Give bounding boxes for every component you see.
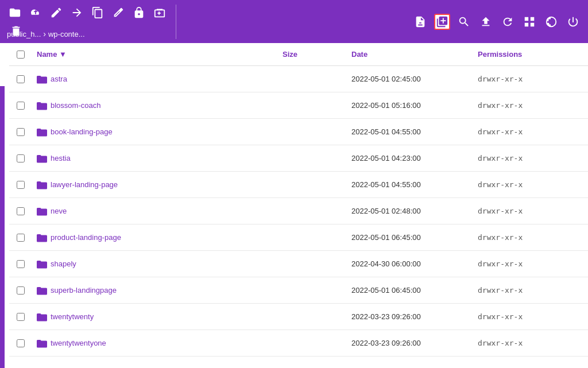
- name-column-header[interactable]: Name ▼: [32, 48, 278, 61]
- folder-icon: [37, 339, 47, 348]
- folder-open-icon[interactable]: [7, 5, 23, 21]
- toolbar-divider: [176, 5, 176, 39]
- table-row[interactable]: twentytwenty 2022-03-23 09:26:00 drwxr-x…: [9, 304, 588, 330]
- row-name-text: twentytwenty: [51, 312, 94, 321]
- file-rows: astra 2022-05-01 02:45:00 drwxr-xr-x blo…: [9, 66, 588, 357]
- table-row[interactable]: shapely 2022-04-30 06:00:00 drwxr-xr-x: [9, 251, 588, 277]
- svg-rect-11: [37, 208, 41, 210]
- power-icon[interactable]: [565, 14, 581, 30]
- row-checkbox[interactable]: [17, 286, 25, 295]
- copy-icon[interactable]: [90, 5, 106, 21]
- row-permissions: drwxr-xr-x: [473, 335, 588, 351]
- table-row[interactable]: book-landing-page 2022-05-01 04:55:00 dr…: [9, 119, 588, 145]
- select-all-checkbox[interactable]: [17, 51, 25, 59]
- table-row[interactable]: neve 2022-05-01 02:48:00 drwxr-xr-x: [9, 198, 588, 224]
- toolbar-left: public_h... › wp-conte...: [7, 5, 168, 39]
- lock-icon[interactable]: [131, 5, 147, 21]
- breadcrumb-part1[interactable]: public_h...: [7, 30, 41, 38]
- grid-view-icon[interactable]: [521, 14, 537, 30]
- table-row[interactable]: blossom-coach 2022-05-01 05:16:00 drwxr-…: [9, 92, 588, 119]
- file-list-header: Name ▼ Size Date Permissions: [9, 43, 588, 66]
- row-size: [278, 313, 347, 320]
- pencil-icon[interactable]: [110, 5, 126, 21]
- row-checkbox[interactable]: [17, 234, 25, 242]
- upload-icon[interactable]: [478, 14, 494, 30]
- size-column-header[interactable]: Size: [278, 48, 347, 61]
- table-row[interactable]: lawyer-landing-page 2022-05-01 04:55:00 …: [9, 172, 588, 198]
- row-name-text: hestia: [51, 154, 71, 162]
- row-permissions: drwxr-xr-x: [473, 282, 588, 298]
- row-name-text: twentytwentyone: [51, 339, 106, 347]
- folder-icon: [37, 259, 47, 269]
- row-size: [278, 208, 347, 215]
- folder-icon: [37, 154, 47, 163]
- row-date: 2022-05-01 06:45:00: [347, 230, 473, 245]
- row-date: 2022-05-01 06:45:00: [347, 282, 473, 298]
- folder-icon: [37, 101, 47, 110]
- edit-icon[interactable]: [48, 5, 64, 21]
- row-permissions: drwxr-xr-x: [473, 124, 588, 140]
- row-checkbox[interactable]: [17, 313, 25, 321]
- row-size: [278, 340, 347, 347]
- row-permissions: drwxr-xr-x: [473, 230, 588, 245]
- row-name[interactable]: twentytwenty: [32, 309, 278, 325]
- folder-icon: [37, 75, 47, 84]
- row-checkbox[interactable]: [17, 75, 25, 83]
- row-permissions: drwxr-xr-x: [473, 256, 588, 272]
- breadcrumb-part2[interactable]: wp-conte...: [48, 30, 85, 38]
- new-file-icon[interactable]: [412, 14, 428, 30]
- archive-icon[interactable]: [152, 5, 168, 21]
- folder-icon: [37, 180, 47, 189]
- row-checkbox-cell: [9, 309, 32, 324]
- file-list: Name ▼ Size Date Permissions astra 2022-…: [9, 43, 588, 357]
- move-icon[interactable]: [69, 5, 85, 21]
- main-content: Name ▼ Size Date Permissions astra 2022-…: [9, 43, 588, 368]
- row-checkbox[interactable]: [17, 102, 25, 110]
- row-checkbox-cell: [9, 336, 32, 351]
- row-name[interactable]: neve: [32, 203, 278, 219]
- row-permissions: drwxr-xr-x: [473, 71, 588, 87]
- copy-files-icon[interactable]: [434, 14, 450, 30]
- row-name-text: blossom-coach: [51, 101, 100, 110]
- row-name[interactable]: product-landing-page: [32, 230, 278, 246]
- table-row[interactable]: twentytwentyone 2022-03-23 09:26:00 drwx…: [9, 330, 588, 357]
- svg-rect-13: [37, 234, 41, 237]
- globe-icon[interactable]: [543, 14, 559, 30]
- row-name-text: superb-landingpage: [51, 286, 117, 295]
- row-name-text: lawyer-landing-page: [51, 180, 118, 189]
- row-permissions: drwxr-xr-x: [473, 203, 588, 219]
- folder-icon: [37, 127, 47, 137]
- row-name[interactable]: book-landing-page: [32, 124, 278, 140]
- row-date: 2022-05-01 02:45:00: [347, 71, 473, 87]
- left-sidebar: [0, 86, 5, 368]
- refresh-icon[interactable]: [500, 14, 516, 30]
- table-row[interactable]: superb-landingpage 2022-05-01 06:45:00 d…: [9, 277, 588, 304]
- svg-rect-15: [37, 261, 41, 263]
- row-checkbox[interactable]: [17, 128, 25, 136]
- row-checkbox-cell: [9, 98, 32, 113]
- row-checkbox[interactable]: [17, 181, 25, 189]
- row-name[interactable]: hestia: [32, 150, 278, 166]
- row-name[interactable]: lawyer-landing-page: [32, 177, 278, 193]
- row-name[interactable]: superb-landingpage: [32, 282, 278, 299]
- row-name[interactable]: shapely: [32, 256, 278, 272]
- table-row[interactable]: product-landing-page 2022-05-01 06:45:00…: [9, 224, 588, 251]
- upload-cloud-icon[interactable]: [28, 5, 44, 21]
- row-name-text: shapely: [51, 259, 76, 268]
- toolbar-icons-row1: [7, 5, 168, 21]
- folder-icon: [37, 312, 47, 321]
- row-checkbox[interactable]: [17, 207, 25, 215]
- permissions-column-header[interactable]: Permissions: [473, 48, 588, 61]
- row-name[interactable]: blossom-coach: [32, 98, 278, 114]
- row-checkbox[interactable]: [17, 154, 25, 162]
- row-checkbox-cell: [9, 125, 32, 140]
- row-name[interactable]: twentytwentyone: [32, 335, 278, 351]
- table-row[interactable]: astra 2022-05-01 02:45:00 drwxr-xr-x: [9, 66, 588, 92]
- row-size: [278, 129, 347, 135]
- table-row[interactable]: hestia 2022-05-01 04:23:00 drwxr-xr-x: [9, 145, 588, 172]
- date-column-header[interactable]: Date: [347, 48, 473, 61]
- row-name[interactable]: astra: [32, 71, 278, 87]
- row-checkbox[interactable]: [17, 339, 25, 347]
- search-icon[interactable]: [456, 14, 472, 30]
- row-checkbox[interactable]: [17, 260, 25, 268]
